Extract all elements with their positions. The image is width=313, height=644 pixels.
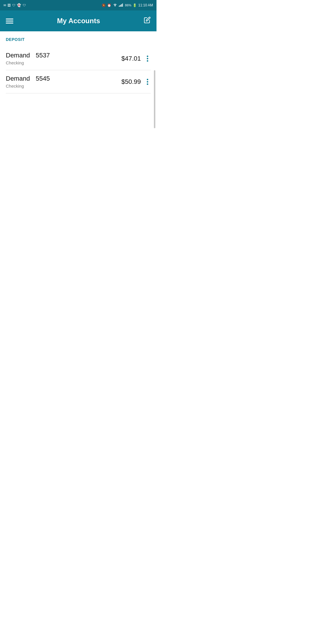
account-balance-2: $50.99: [121, 78, 141, 86]
top-bar: My Accounts: [0, 10, 156, 31]
ghost-icon: 👻: [17, 3, 21, 7]
svg-point-0: [115, 6, 115, 6]
svg-rect-2: [120, 5, 120, 7]
wifi-icon: [113, 3, 117, 7]
account-right-2: $50.99: [121, 77, 151, 86]
main-content: DEPOSIT Demand 5537 Checking $47.01: [0, 31, 156, 93]
account-info-1: Demand 5537 Checking: [6, 52, 50, 65]
account-number-2: 5545: [36, 75, 50, 82]
account-main-line-2: Demand 5545: [6, 75, 50, 82]
account-row[interactable]: Demand 5537 Checking $47.01: [6, 47, 151, 70]
account-row[interactable]: Demand 5545 Checking $50.99: [6, 70, 151, 93]
svg-rect-3: [121, 5, 121, 7]
status-time: 11:10 AM: [138, 3, 153, 7]
shield2-icon: 🛡: [23, 3, 26, 7]
battery-percent: 86%: [125, 3, 131, 7]
more-options-button-2[interactable]: [144, 77, 151, 86]
status-icons-left: ✉ 🖼 🛡 👻 🛡: [3, 3, 26, 7]
mail-icon: ✉: [3, 3, 6, 7]
account-info-2: Demand 5545 Checking: [6, 75, 50, 88]
status-icons-right: 🔕 ⏰ 86% 🔋 11:10 AM: [102, 3, 153, 7]
svg-point-7: [147, 58, 148, 59]
scroll-indicator: [154, 70, 155, 128]
deposit-section-label: DEPOSIT: [6, 37, 151, 42]
account-number-1: 5537: [36, 52, 50, 59]
shield-icon: 🛡: [12, 3, 15, 7]
account-main-line-1: Demand 5537: [6, 52, 50, 59]
svg-point-11: [147, 79, 148, 80]
account-balance-1: $47.01: [121, 55, 141, 62]
svg-point-9: [147, 83, 148, 85]
page-title: My Accounts: [57, 17, 100, 25]
battery-icon: 🔋: [133, 3, 137, 7]
edit-button[interactable]: [144, 17, 151, 25]
mute-icon: 🔕: [102, 3, 106, 7]
image-icon: 🖼: [8, 3, 11, 7]
account-subtype-1: Checking: [6, 60, 50, 65]
svg-point-8: [147, 55, 148, 57]
account-type-1: Demand: [6, 52, 30, 59]
account-right-1: $47.01: [121, 54, 151, 63]
svg-rect-4: [121, 4, 122, 7]
svg-point-6: [147, 60, 148, 61]
more-options-button-1[interactable]: [144, 54, 151, 63]
alarm-icon: ⏰: [107, 3, 111, 7]
status-bar: ✉ 🖼 🛡 👻 🛡 🔕 ⏰ 86% 🔋 11:: [0, 0, 156, 10]
account-type-2: Demand: [6, 75, 30, 82]
accounts-list: Demand 5537 Checking $47.01: [6, 47, 151, 93]
account-subtype-2: Checking: [6, 84, 50, 88]
svg-rect-1: [119, 6, 119, 7]
menu-button[interactable]: [6, 19, 13, 23]
signal-icon: [119, 3, 123, 7]
svg-point-10: [147, 81, 148, 82]
svg-rect-5: [122, 3, 123, 7]
